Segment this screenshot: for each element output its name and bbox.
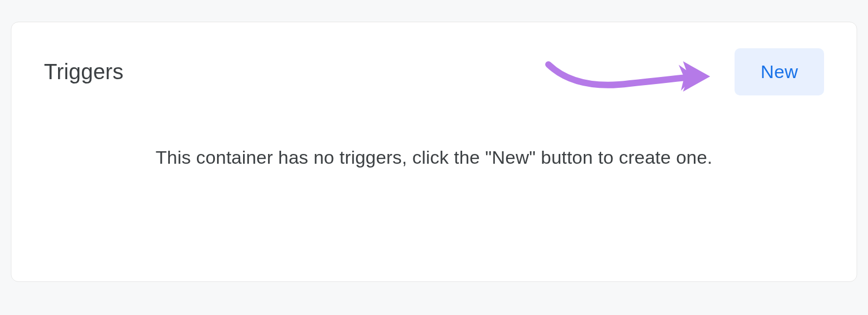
new-button[interactable]: New	[735, 48, 824, 95]
panel-title: Triggers	[44, 60, 124, 84]
triggers-panel: Triggers New This container has no trigg…	[11, 22, 857, 282]
panel-header: Triggers New	[44, 48, 824, 95]
empty-state-message: This container has no triggers, click th…	[156, 146, 712, 168]
